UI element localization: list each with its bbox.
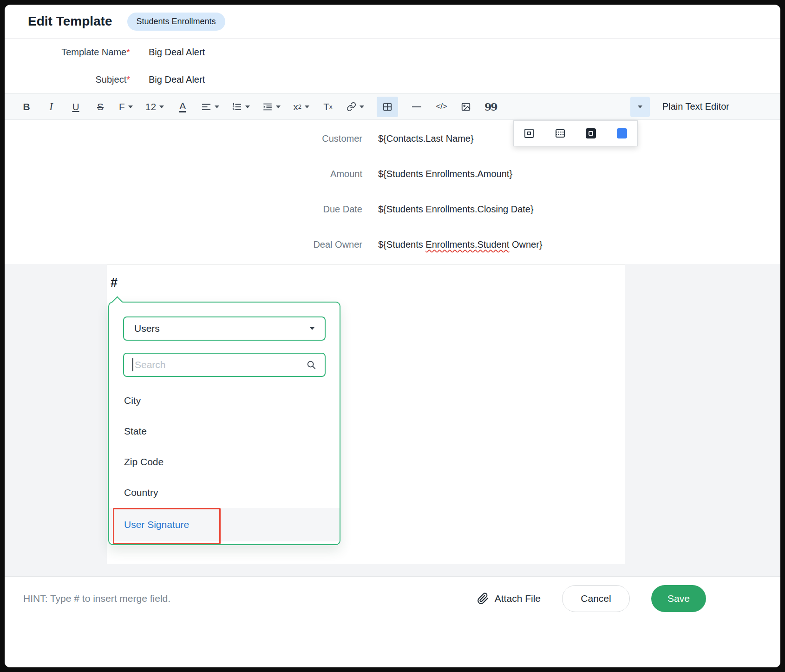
- table-options-popover: [513, 120, 638, 146]
- edit-template-window: Edit Template Students Enrollments Templ…: [5, 5, 780, 667]
- search-icon: [306, 360, 316, 370]
- cell-background-option-icon[interactable]: [584, 126, 598, 140]
- underline-button[interactable]: U: [70, 97, 82, 117]
- subject-label: Subject*: [5, 74, 130, 85]
- search-input[interactable]: [135, 359, 306, 370]
- more-tools-dropdown[interactable]: [630, 97, 650, 117]
- table-cell[interactable]: # Users City State: [107, 264, 625, 564]
- template-name-input[interactable]: Big Deal Alert: [149, 47, 205, 58]
- chevron-down-icon: [638, 105, 642, 108]
- plain-text-editor-toggle[interactable]: Plain Text Editor: [662, 101, 729, 112]
- header: Edit Template Students Enrollments: [5, 5, 780, 39]
- list-item-user-signature[interactable]: User Signature: [109, 508, 340, 541]
- cancel-button[interactable]: Cancel: [562, 585, 630, 612]
- image-icon: [461, 102, 471, 112]
- table-row: Amount ${Students Enrollments.Amount}: [5, 156, 780, 191]
- list-item-city[interactable]: City: [109, 385, 340, 416]
- clear-format-button[interactable]: Tx: [322, 97, 334, 117]
- attach-file-button[interactable]: Attach File: [477, 593, 541, 605]
- text-cursor: [132, 358, 133, 371]
- table-cell-option-icon[interactable]: [522, 126, 536, 140]
- editor-body[interactable]: Customer ${Contacts.Last Name} Amount ${…: [5, 120, 780, 576]
- table-rows-option-icon[interactable]: [553, 126, 567, 140]
- align-left-icon: [201, 102, 211, 112]
- table-icon: [382, 102, 392, 112]
- typed-hash: #: [111, 276, 122, 290]
- chevron-down-icon: [215, 105, 219, 108]
- footer: HINT: Type # to insert merge field. Atta…: [5, 576, 780, 667]
- font-size-dropdown[interactable]: 12: [145, 97, 164, 117]
- editor-canvas: # Users City State: [5, 264, 780, 576]
- code-view-button[interactable]: </>: [435, 97, 447, 117]
- rich-text-toolbar: B I U S F 12 A x2 Tx </>: [5, 93, 780, 120]
- font-color-button[interactable]: A: [177, 97, 189, 117]
- spellcheck-underline: Enrollments.Student: [425, 239, 509, 250]
- required-marker: *: [126, 74, 130, 85]
- superscript-dropdown[interactable]: x2: [293, 97, 309, 117]
- chevron-down-icon: [245, 105, 250, 108]
- hint-text: HINT: Type # to insert merge field.: [23, 585, 170, 612]
- indent-icon: [262, 102, 273, 112]
- chevron-down-icon: [305, 105, 309, 108]
- list-item-country[interactable]: Country: [109, 477, 340, 508]
- bold-button[interactable]: B: [20, 97, 33, 117]
- horizontal-rule-icon: [412, 106, 421, 107]
- footer-actions: Attach File Cancel Save: [477, 585, 706, 612]
- alignment-dropdown[interactable]: [201, 97, 219, 117]
- merge-field-popup: Users City State Zip Code Country User S…: [108, 302, 340, 545]
- font-family-dropdown[interactable]: F: [119, 97, 133, 117]
- table-row: Due Date ${Students Enrollments.Closing …: [5, 191, 780, 227]
- deal-owner-value: ${Students Enrollments.Student Owner}: [378, 239, 543, 250]
- popup-caret: [111, 296, 123, 307]
- color-swatch-option-icon[interactable]: [615, 126, 629, 140]
- template-name-label: Template Name*: [5, 47, 130, 58]
- blockquote-button[interactable]: 99: [484, 97, 497, 117]
- italic-button[interactable]: I: [45, 97, 57, 117]
- template-name-row: Template Name* Big Deal Alert: [5, 39, 780, 66]
- ordered-list-icon: [232, 102, 242, 112]
- chevron-down-icon: [310, 327, 314, 330]
- chevron-down-icon: [128, 105, 133, 108]
- search-box[interactable]: [123, 353, 326, 377]
- chevron-down-icon: [360, 105, 364, 108]
- chevron-down-icon: [276, 105, 281, 108]
- merge-field-list: City State Zip Code Country User Signatu…: [109, 385, 340, 541]
- list-item-state[interactable]: State: [109, 416, 340, 447]
- required-marker: *: [126, 47, 130, 57]
- numbered-list-dropdown[interactable]: [232, 97, 250, 117]
- chevron-down-icon: [159, 105, 164, 108]
- paperclip-icon: [477, 593, 489, 605]
- strikethrough-button[interactable]: S: [94, 97, 106, 117]
- table-row: Deal Owner ${Students Enrollments.Studen…: [5, 227, 780, 262]
- subject-input[interactable]: Big Deal Alert: [149, 74, 205, 85]
- save-button[interactable]: Save: [651, 585, 706, 612]
- subject-row: Subject* Big Deal Alert: [5, 66, 780, 93]
- indent-dropdown[interactable]: [262, 97, 281, 117]
- link-dropdown[interactable]: [347, 97, 364, 117]
- module-badge: Students Enrollments: [127, 13, 225, 31]
- list-item-zip-code[interactable]: Zip Code: [109, 447, 340, 477]
- page-title: Edit Template: [28, 14, 112, 29]
- link-icon: [347, 102, 356, 112]
- insert-table-button[interactable]: [377, 97, 398, 117]
- insert-image-button[interactable]: [460, 97, 472, 117]
- table-row: Customer ${Contacts.Last Name}: [5, 121, 780, 156]
- horizontal-rule-button[interactable]: [411, 97, 423, 117]
- module-select[interactable]: Users: [123, 316, 326, 341]
- merge-field-table: Customer ${Contacts.Last Name} Amount ${…: [5, 120, 780, 262]
